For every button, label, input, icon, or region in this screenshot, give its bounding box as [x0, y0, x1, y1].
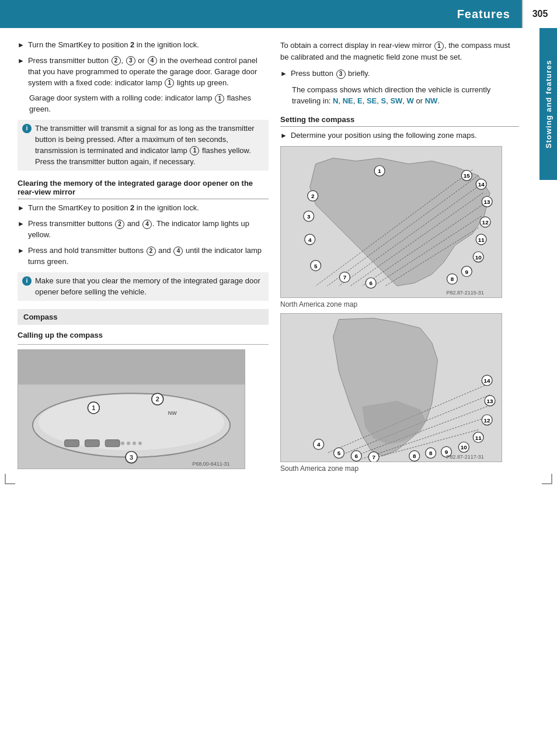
svg-text:11: 11	[475, 434, 482, 441]
circle-num: 3	[336, 70, 346, 79]
north-america-map: 2 3 4 5 7 6 15 14 13 12 11 10 9 8 1	[280, 146, 502, 298]
circle-num: 1	[434, 41, 444, 51]
corner-br	[542, 474, 552, 484]
south-america-caption: South America zone map	[280, 464, 519, 473]
svg-text:7: 7	[372, 454, 375, 460]
svg-text:14: 14	[478, 181, 485, 188]
bullet-text: Turn the SmartKey to position 2 in the i…	[28, 40, 269, 51]
svg-point-9	[133, 442, 136, 445]
south-america-map: 14 13 12 11 10 9 8 4 5 6 7 8 P82.87-2117…	[280, 313, 502, 462]
bullet-text: Turn the SmartKey to position 2 in the i…	[28, 203, 269, 214]
svg-text:4: 4	[317, 441, 321, 448]
circle-num: 2	[115, 220, 124, 229]
sub-text: Garage door system with a rolling code: …	[29, 93, 269, 115]
circle-num: 4	[173, 247, 183, 256]
circle-num: 2	[112, 56, 121, 65]
mirror-svg: 1 2 3 NW P68.00-6411-31	[18, 349, 245, 469]
arrow-icon: ►	[280, 131, 287, 141]
divider	[18, 344, 269, 345]
dir-W: W	[407, 96, 414, 105]
arrow-icon: ►	[18, 40, 25, 51]
bullet-text: Press transmitter button 2, 3 or 4 in th…	[28, 56, 269, 89]
mirror-image: 1 2 3 NW P68.00-6411-31	[18, 349, 245, 469]
svg-text:P68.00-6411-31: P68.00-6411-31	[192, 462, 229, 467]
page-wrapper: Features 305 Stowing and features ► Turn…	[0, 0, 557, 489]
svg-text:5: 5	[337, 450, 341, 456]
svg-text:8: 8	[413, 453, 416, 459]
svg-text:4: 4	[308, 237, 312, 243]
svg-text:3: 3	[307, 213, 311, 220]
arrow-icon: ►	[280, 69, 287, 79]
svg-text:3: 3	[130, 454, 133, 461]
dir-S: S	[381, 96, 387, 105]
svg-text:10: 10	[475, 254, 482, 260]
svg-point-7	[121, 442, 124, 445]
svg-text:7: 7	[343, 274, 347, 280]
page-number: 305	[522, 0, 557, 28]
svg-rect-6	[105, 440, 120, 447]
svg-text:2: 2	[156, 396, 159, 403]
svg-text:13: 13	[484, 199, 491, 205]
list-item: ► Press button 3 briefly.	[280, 68, 519, 79]
list-item: ► Press transmitter button 2, 3 or 4 in …	[18, 56, 269, 89]
list-item: ► Turn the SmartKey to position 2 in the…	[18, 40, 269, 51]
svg-text:13: 13	[487, 398, 494, 404]
svg-text:11: 11	[478, 237, 485, 243]
bullet-text: Press and hold transmitter buttons 2 and…	[28, 245, 269, 268]
dir-SW: SW	[390, 96, 402, 105]
svg-text:2: 2	[311, 193, 315, 199]
svg-text:6: 6	[369, 280, 373, 286]
circle-num: 2	[147, 247, 156, 256]
svg-text:12: 12	[484, 417, 491, 423]
svg-text:6: 6	[355, 453, 358, 459]
info-icon: i	[22, 276, 32, 286]
north-america-caption: North America zone map	[280, 300, 519, 308]
north-map-svg: 2 3 4 5 7 6 15 14 13 12 11 10 9 8 1	[281, 146, 502, 298]
calling-compass-heading: Calling up the compass	[18, 331, 269, 339]
info-text: The transmitter will transmit a signal f…	[35, 123, 264, 167]
section-heading-clearing: Clearing the memory of the integrated ga…	[18, 179, 269, 199]
circle-num: 1	[190, 146, 199, 155]
determine-text-item: ► Determine your position using the foll…	[280, 130, 519, 141]
arrow-icon: ►	[18, 219, 25, 241]
list-item: ► Press and hold transmitter buttons 2 a…	[18, 245, 269, 268]
compass-label: Compass	[23, 313, 58, 321]
main-content: ► Turn the SmartKey to position 2 in the…	[0, 28, 557, 489]
page-header: Features 305	[0, 0, 557, 28]
svg-point-8	[127, 442, 130, 445]
svg-text:P82.87-2117-31: P82.87-2117-31	[447, 454, 484, 460]
intro-text: To obtain a correct display in rear-view…	[280, 40, 519, 63]
dir-N: N	[333, 96, 338, 105]
south-map-svg: 14 13 12 11 10 9 8 4 5 6 7 8 P82.87-2117…	[281, 313, 502, 462]
svg-text:1: 1	[378, 168, 381, 174]
svg-text:12: 12	[482, 219, 489, 226]
dir-SE: SE	[367, 96, 377, 105]
dir-NW: NW	[425, 96, 438, 105]
circle-num: 4	[148, 56, 157, 65]
arrow-icon: ►	[18, 203, 25, 214]
left-column: ► Turn the SmartKey to position 2 in the…	[18, 40, 269, 477]
side-tab: Stowing and features	[539, 28, 557, 180]
svg-text:14: 14	[484, 377, 491, 384]
svg-text:NW: NW	[168, 410, 177, 416]
dir-E: E	[357, 96, 363, 105]
svg-text:15: 15	[464, 172, 471, 179]
svg-text:8: 8	[451, 276, 454, 282]
circle-num: 1	[165, 78, 174, 88]
svg-text:10: 10	[461, 444, 468, 450]
info-icon: i	[22, 124, 32, 133]
svg-rect-5	[85, 440, 99, 447]
svg-text:9: 9	[465, 268, 469, 275]
svg-point-10	[138, 442, 142, 445]
info-box: i The transmitter will transmit a signal…	[18, 120, 269, 171]
list-item: ► Press transmitter buttons 2 and 4. The…	[18, 219, 269, 241]
corner-bl	[5, 474, 15, 484]
setting-compass-heading: Setting the compass	[280, 115, 519, 127]
circle-num: 4	[142, 220, 152, 229]
arrow-icon: ►	[18, 56, 25, 89]
header-title: Features	[457, 8, 510, 21]
info-box-2: i Make sure that you clear the memory of…	[18, 272, 269, 301]
svg-rect-4	[65, 440, 79, 447]
svg-text:8: 8	[429, 450, 433, 456]
dir-NE: NE	[343, 96, 353, 105]
